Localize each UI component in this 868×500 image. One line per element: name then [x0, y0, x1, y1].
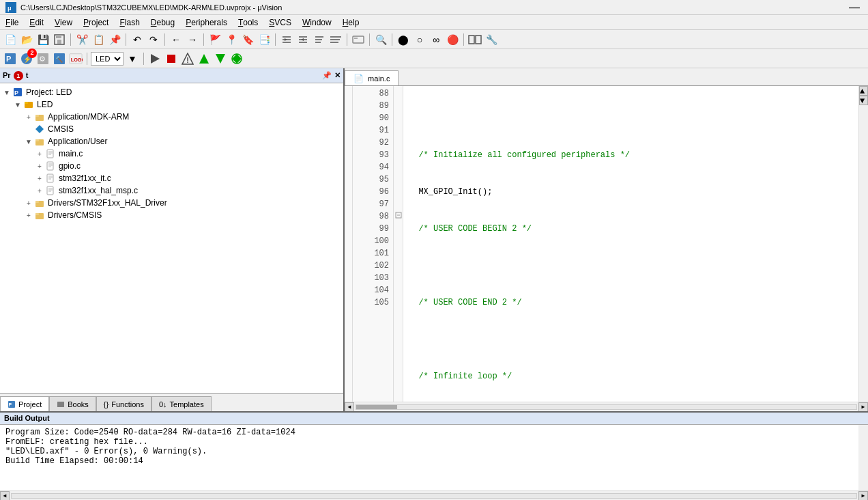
tree-item-cmsis[interactable]: CMSIS	[3, 123, 341, 135]
open-file-button[interactable]	[351, 32, 366, 47]
menu-flash[interactable]: Flash	[114, 15, 145, 29]
fold-empty	[394, 160, 403, 172]
tree-item-main-c[interactable]: + main.c	[3, 148, 341, 160]
code-editor[interactable]: /* Initialize all configured peripherals…	[403, 86, 858, 402]
scroll-up-btn[interactable]: ▲	[859, 86, 868, 96]
menu-peripherals[interactable]: Peripherals	[180, 15, 233, 29]
back-button[interactable]: ←	[169, 32, 184, 47]
logo-button[interactable]: LOGO	[68, 51, 83, 66]
svg-rect-55	[47, 162, 53, 170]
menu-window[interactable]: Window	[297, 15, 337, 29]
cut-button[interactable]: ✂️	[74, 32, 89, 47]
menu-svcs[interactable]: SVCS	[263, 15, 297, 29]
search-button[interactable]: 🔍	[373, 32, 388, 47]
scroll-thumb[interactable]	[356, 405, 397, 409]
target-dropdown[interactable]: LED	[91, 52, 124, 66]
bookmark2-button[interactable]: 📍	[224, 32, 239, 47]
folder-icon	[34, 197, 45, 208]
minimize-button[interactable]: —	[846, 1, 863, 14]
svg-marker-8	[285, 38, 287, 41]
undo-button[interactable]: ↶	[130, 32, 145, 47]
horizontal-scrollbar[interactable]: ◀ ▶	[345, 402, 868, 411]
green-arrow-down[interactable]	[213, 51, 228, 66]
svg-rect-19	[353, 36, 364, 43]
tab-templates[interactable]: 0↓ Templates	[151, 396, 212, 411]
menu-debug[interactable]: Debug	[145, 15, 180, 29]
tab-functions[interactable]: {} Functions	[96, 396, 151, 411]
dropdown-arrow[interactable]: ▼	[125, 51, 140, 66]
indent-button[interactable]	[279, 32, 294, 47]
tree-item-app-user[interactable]: ▼ Application/User	[3, 135, 341, 148]
link-button[interactable]: ∞	[429, 32, 444, 47]
tab-project[interactable]: P Project	[0, 396, 49, 411]
menu-project[interactable]: Project	[78, 15, 114, 29]
expand-icon: ▼	[3, 88, 11, 96]
line-num-102: 102	[353, 260, 389, 272]
tab-books[interactable]: Books	[49, 396, 96, 411]
new-button[interactable]: 📄	[3, 32, 18, 47]
copy-button[interactable]: 📋	[91, 32, 106, 47]
menu-help[interactable]: Help	[337, 15, 365, 29]
line-num-91: 91	[353, 124, 389, 137]
fold-empty	[394, 184, 403, 197]
menu-tools[interactable]: Tools	[233, 15, 263, 29]
debug-button[interactable]: 🔴	[445, 32, 460, 47]
build-scroll-left[interactable]: ◀	[0, 491, 10, 501]
file-icon	[45, 185, 56, 196]
menu-view[interactable]: View	[49, 15, 78, 29]
comment-button[interactable]	[312, 32, 327, 47]
build2-button[interactable]: 🔨	[52, 51, 67, 66]
target-build[interactable]	[180, 51, 195, 66]
tree-item-hal-driver[interactable]: + Drivers/STM32F1xx_HAL_Driver	[3, 197, 341, 209]
build-scrollbar[interactable]	[858, 425, 868, 490]
redo-button[interactable]: ↷	[146, 32, 161, 47]
books-tab-icon	[57, 400, 65, 408]
tree-item-stm32-it[interactable]: + stm32f1xx_it.c	[3, 172, 341, 184]
code-line-92	[409, 260, 853, 272]
stop-button[interactable]: ⬤	[396, 32, 411, 47]
build-scroll-right[interactable]: ▶	[858, 491, 868, 501]
project-build-icon[interactable]: P	[3, 51, 18, 66]
svg-rect-70	[35, 213, 39, 215]
scroll-left-btn[interactable]: ◀	[345, 402, 354, 412]
bookmark3-button[interactable]: 🔖	[240, 32, 255, 47]
save-all-button[interactable]	[52, 32, 67, 47]
line-num-92: 92	[353, 137, 389, 149]
bookmark1-button[interactable]: 🚩	[207, 32, 222, 47]
tree-item-gpio-c[interactable]: + gpio.c	[3, 160, 341, 172]
code-line-95: /* Infinite loop */	[409, 370, 853, 383]
pause-button[interactable]: ○	[412, 32, 427, 47]
forward-button[interactable]: →	[185, 32, 200, 47]
pin-icon[interactable]: 📌	[322, 71, 332, 80]
editor-scrollbar[interactable]: ▲ ▼	[858, 86, 868, 402]
run2-button[interactable]	[147, 51, 162, 66]
build-output-panel: Build Output Program Size: Code=2540 RO-…	[0, 411, 868, 500]
tree-item-project[interactable]: ▼ P Project: LED	[3, 86, 341, 98]
close-panel-icon[interactable]: ✕	[334, 71, 341, 80]
editor-tab-main-c[interactable]: 📄 main.c	[345, 70, 399, 85]
paste-button[interactable]: 📌	[107, 32, 122, 47]
tree-item-drivers-cmsis[interactable]: + Drivers/CMSIS	[3, 209, 341, 221]
green-arrow-up[interactable]	[197, 51, 212, 66]
tree-item-led-group[interactable]: ▼ LED	[3, 98, 341, 111]
save-button[interactable]: 💾	[35, 32, 50, 47]
outdent-button[interactable]	[295, 32, 310, 47]
scroll-down-btn[interactable]: ▼	[859, 96, 868, 105]
open-button[interactable]: 📂	[19, 32, 34, 47]
settings-button[interactable]: 🔧	[484, 32, 499, 47]
uncomment-button[interactable]	[328, 32, 343, 47]
scroll-right-btn[interactable]: ▶	[858, 402, 868, 412]
build-horiz-scroll[interactable]: ◀ ▶	[0, 490, 868, 500]
menu-edit[interactable]: Edit	[24, 15, 49, 29]
settings2-button[interactable]: ⚙	[35, 51, 50, 66]
tree-item-stm32-hal[interactable]: + stm32f1xx_hal_msp.c	[3, 184, 341, 197]
stop2-button[interactable]	[164, 51, 179, 66]
menu-bar: File Edit View Project Flash Debug Perip…	[0, 15, 868, 30]
flash-button[interactable]	[229, 51, 244, 66]
menu-file[interactable]: File	[0, 15, 24, 29]
tree-item-mdk-arm[interactable]: + Application/MDK-ARM	[3, 111, 341, 123]
tree-label: Drivers/STM32F1xx_HAL_Driver	[48, 198, 167, 208]
bookmark4-button[interactable]: 📑	[257, 32, 272, 47]
fold-indicator[interactable]	[394, 209, 403, 221]
view-toggle[interactable]	[467, 32, 482, 47]
